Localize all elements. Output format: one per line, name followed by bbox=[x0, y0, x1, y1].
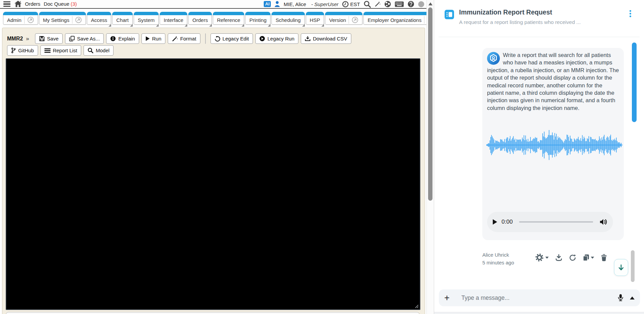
save-as-button[interactable]: Save As... bbox=[65, 33, 104, 44]
scrollbar-thumb[interactable] bbox=[428, 7, 432, 201]
search-icon[interactable] bbox=[364, 1, 371, 8]
vertical-scrollbar[interactable] bbox=[426, 0, 434, 314]
tab-hsp[interactable]: HSP bbox=[306, 12, 324, 25]
pages-icon bbox=[69, 36, 75, 41]
format-button[interactable]: Format bbox=[168, 33, 200, 44]
toolbar-row-2: GitHubReport ListModel bbox=[7, 45, 114, 56]
tab-printing[interactable]: Printing bbox=[245, 12, 270, 25]
tab-employer-organizations[interactable]: Employer Organizations bbox=[363, 12, 426, 25]
tab-separator bbox=[72, 16, 72, 24]
button-label: Download CSV bbox=[313, 36, 347, 41]
scroll-to-bottom-button[interactable] bbox=[614, 259, 628, 276]
tab-scheduling[interactable]: Scheduling bbox=[271, 12, 304, 25]
dropdown-fold-icon bbox=[156, 24, 159, 27]
tab-label: Interface bbox=[164, 17, 183, 23]
report-name-expander[interactable]: » bbox=[26, 35, 29, 42]
settings-icon[interactable] bbox=[535, 253, 549, 262]
github-button[interactable]: GitHub bbox=[7, 45, 38, 56]
regenerate-icon[interactable] bbox=[569, 254, 576, 261]
tab-accent-bar bbox=[306, 12, 324, 15]
message-text: Write a report that will search for all … bbox=[487, 52, 619, 111]
tab-accent-bar bbox=[213, 12, 244, 15]
legacy-edit-button[interactable]: Legacy Edit bbox=[211, 33, 253, 44]
clock-icon[interactable] bbox=[342, 1, 349, 7]
external-link-icon[interactable] bbox=[27, 17, 34, 23]
external-link-icon[interactable] bbox=[352, 17, 358, 23]
tab-accent-bar bbox=[188, 12, 212, 15]
toolbar-row-1: MMR2 » SaveSave As...ExplainRunFormatLeg… bbox=[7, 33, 351, 44]
resize-handle-icon[interactable] bbox=[415, 304, 419, 308]
dropdown-fold-icon bbox=[209, 24, 212, 27]
run-button[interactable]: Run bbox=[141, 33, 166, 44]
tab-chart[interactable]: Chart bbox=[112, 12, 133, 25]
doc-queue-label: Doc Queue bbox=[44, 1, 69, 7]
topbar-left-group: Orders Doc Queue (3) bbox=[3, 1, 77, 7]
save-button[interactable]: Save bbox=[35, 33, 63, 44]
tab-label: Version bbox=[329, 17, 346, 23]
button-label: Save bbox=[47, 36, 59, 41]
scrollbar-up-arrow-icon[interactable] bbox=[428, 2, 432, 5]
tab-my-settings[interactable]: My Settings bbox=[39, 12, 86, 25]
volume-icon[interactable] bbox=[600, 219, 607, 225]
nav-orders-link[interactable]: Orders bbox=[25, 1, 40, 7]
audio-progress-slider[interactable] bbox=[519, 221, 593, 223]
tab-admin[interactable]: Admin bbox=[3, 12, 38, 25]
tab-label: My Settings bbox=[43, 17, 69, 23]
model-button[interactable]: Model bbox=[84, 45, 114, 56]
audio-player: 0:00 bbox=[487, 212, 613, 232]
add-attachment-button[interactable]: + bbox=[444, 293, 450, 303]
external-link-icon[interactable] bbox=[75, 17, 82, 23]
tab-label: Reference bbox=[217, 17, 240, 23]
report-name-label: MMR2 bbox=[7, 36, 23, 42]
audio-current-time: 0:00 bbox=[502, 219, 513, 225]
header-divider bbox=[439, 37, 640, 37]
tab-access[interactable]: Access bbox=[87, 12, 111, 25]
tab-reference[interactable]: Reference bbox=[213, 12, 244, 25]
dropdown-fold-icon bbox=[268, 24, 270, 27]
menu-icon[interactable] bbox=[3, 1, 11, 7]
tab-label: Scheduling bbox=[276, 17, 300, 23]
user-role: - SuperUser bbox=[311, 1, 339, 7]
keyboard-icon[interactable] bbox=[395, 1, 404, 7]
copy-icon[interactable] bbox=[583, 254, 594, 261]
tab-system[interactable]: System bbox=[134, 12, 159, 25]
tab-interface[interactable]: Interface bbox=[160, 12, 187, 25]
ai-badge[interactable]: AI bbox=[264, 1, 271, 7]
tab-orders[interactable]: Orders bbox=[188, 12, 212, 25]
microphone-icon[interactable] bbox=[617, 294, 624, 302]
report-list-button[interactable]: Report List bbox=[40, 45, 82, 56]
home-icon[interactable] bbox=[14, 1, 22, 7]
delete-icon[interactable] bbox=[601, 254, 607, 261]
chat-title: Immunization Report Request bbox=[459, 8, 552, 16]
collapse-caret-icon[interactable] bbox=[630, 296, 635, 299]
user-icon bbox=[275, 1, 280, 7]
admin-tab-bar: AdminMy SettingsAccessChartSystemInterfa… bbox=[0, 9, 426, 28]
chat-scrollbar-thumb[interactable] bbox=[632, 42, 637, 122]
chat-message-bubble: Write a report that will search for all … bbox=[482, 48, 624, 240]
horizontal-scrollbar[interactable] bbox=[6, 312, 420, 314]
play-icon[interactable] bbox=[493, 219, 497, 225]
sidebar-toggle-icon[interactable] bbox=[445, 10, 454, 19]
topbar-icon-cluster bbox=[364, 1, 424, 8]
nav-doc-queue-link[interactable]: Doc Queue (3) bbox=[44, 1, 77, 7]
download-icon[interactable] bbox=[555, 254, 562, 261]
sql-editor[interactable] bbox=[6, 58, 420, 310]
message-author: Alice Uhrick bbox=[482, 251, 514, 259]
tab-accent-bar bbox=[134, 12, 159, 15]
globe-icon[interactable] bbox=[384, 1, 391, 7]
tab-separator bbox=[424, 16, 424, 24]
help-icon[interactable] bbox=[408, 1, 414, 7]
panel-scrollbar-thumb[interactable] bbox=[631, 250, 635, 282]
message-input[interactable] bbox=[461, 294, 617, 302]
download-csv-button[interactable]: Download CSV bbox=[301, 33, 351, 44]
explain-button[interactable]: Explain bbox=[106, 33, 139, 44]
kebab-menu-icon[interactable] bbox=[629, 9, 632, 18]
wand-icon[interactable] bbox=[375, 1, 381, 7]
tab-label: System bbox=[138, 17, 155, 23]
caret-down-icon[interactable] bbox=[591, 257, 594, 259]
legacy-run-button[interactable]: Legacy Run bbox=[255, 33, 298, 44]
caret-down-icon[interactable] bbox=[545, 257, 549, 259]
tab-version[interactable]: Version bbox=[325, 12, 362, 25]
button-label: Model bbox=[96, 48, 109, 53]
tab-label: Printing bbox=[249, 17, 266, 23]
